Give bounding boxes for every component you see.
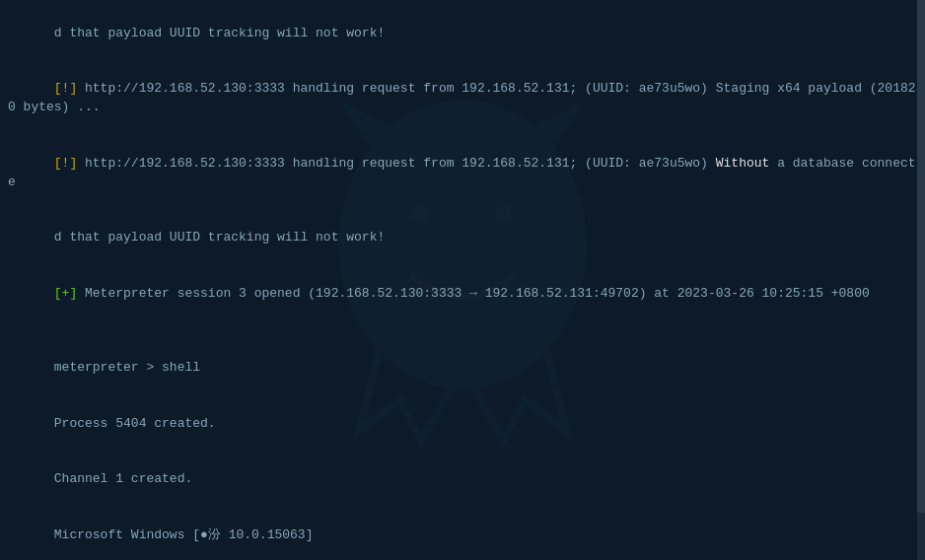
line-5: Process 5404 created.	[8, 396, 917, 453]
terminal-window[interactable]: d that payload UUID tracking will not wo…	[0, 0, 925, 560]
line-0-text: d that payload UUID tracking will not wo…	[54, 26, 385, 40]
line-3: [+] Meterpreter session 3 opened (192.16…	[8, 266, 917, 322]
line-4: meterpreter > shell	[8, 340, 917, 396]
line-2: [!] http://192.168.52.130:3333 handling …	[8, 136, 917, 210]
line-2-text: http://192.168.52.130:3333 handling requ…	[77, 156, 716, 171]
line-5-text: Process 5404 created.	[54, 416, 216, 431]
line-2-prefix: [!]	[54, 156, 77, 171]
line-1: [!] http://192.168.52.130:3333 handling …	[8, 62, 917, 136]
line-1-text: http://192.168.52.130:3333 handling requ…	[8, 81, 916, 114]
scrollbar[interactable]	[917, 0, 925, 560]
line-6-text: Channel 1 created.	[54, 471, 192, 486]
line-6: Channel 1 created.	[8, 452, 917, 508]
line-blank1	[8, 321, 917, 340]
line-2b-text: d that payload UUID tracking will not wo…	[54, 230, 385, 245]
terminal-content: d that payload UUID tracking will not wo…	[8, 6, 917, 560]
line-3-text: Meterpreter session 3 opened (192.168.52…	[77, 286, 870, 301]
line-7: Microsoft Windows [●汾 10.0.15063]	[8, 508, 917, 560]
line-7-text: Microsoft Windows [●汾 10.0.15063]	[54, 527, 314, 542]
line-1-prefix: [!]	[54, 81, 77, 96]
line-2b: d that payload UUID tracking will not wo…	[8, 210, 917, 266]
line-0: d that payload UUID tracking will not wo…	[8, 6, 917, 62]
line-4-text: meterpreter > shell	[54, 360, 200, 375]
scrollbar-thumb[interactable]	[917, 0, 925, 513]
line-2-without: Without	[716, 156, 770, 171]
line-3-prefix: [+]	[54, 286, 77, 301]
